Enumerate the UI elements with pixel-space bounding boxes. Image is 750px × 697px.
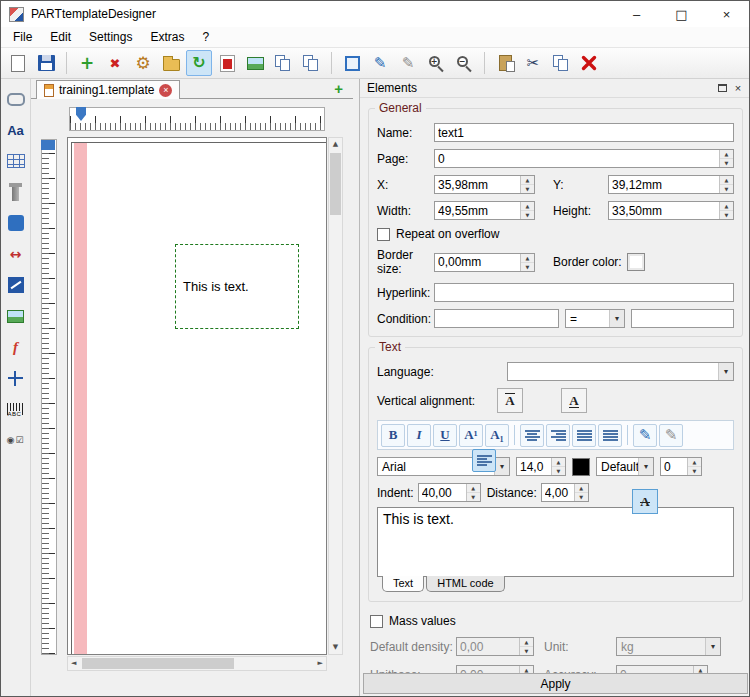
remove-element-button[interactable]: ✖ xyxy=(102,50,128,76)
copy-button[interactable] xyxy=(270,50,296,76)
align-left-button[interactable] xyxy=(472,449,496,472)
hyperlink-input[interactable] xyxy=(434,283,734,302)
spin-up-icon[interactable]: ▲ xyxy=(575,484,588,493)
tech-tool[interactable] xyxy=(4,273,28,297)
spin-up-icon[interactable]: ▲ xyxy=(521,176,534,185)
subscript-button[interactable]: A₁ xyxy=(485,424,509,447)
vertical-scrollbar[interactable]: ▲ ▼ xyxy=(328,137,343,655)
screw-tool[interactable] xyxy=(4,180,28,204)
spin-down-icon[interactable]: ▼ xyxy=(720,211,733,219)
apply-button[interactable]: Apply xyxy=(363,673,748,694)
selected-text-element[interactable]: This is text. xyxy=(175,244,299,329)
function-tool[interactable]: f xyxy=(4,335,28,359)
close-panel-button[interactable]: × xyxy=(730,81,746,96)
horizontal-scrollbar-thumb[interactable] xyxy=(82,658,234,669)
tab-text[interactable]: Text xyxy=(382,576,424,592)
bold-button[interactable]: B xyxy=(381,424,405,447)
spin-up-icon[interactable]: ▲ xyxy=(552,458,565,467)
cut-button[interactable]: ✂ xyxy=(520,50,546,76)
font-extra-spinner[interactable]: ▲▼ xyxy=(660,457,702,476)
new-document-button[interactable] xyxy=(5,50,31,76)
save-button[interactable] xyxy=(33,50,59,76)
measure-tool[interactable] xyxy=(4,366,28,390)
vertical-scrollbar-thumb[interactable] xyxy=(330,153,341,215)
page-viewport[interactable]: This is text. xyxy=(67,137,327,655)
insert-image-button[interactable] xyxy=(242,50,268,76)
template-page[interactable]: This is text. xyxy=(71,142,327,655)
table-tool[interactable] xyxy=(4,149,28,173)
spin-up-icon[interactable]: ▲ xyxy=(720,176,733,185)
tab-html-code[interactable]: HTML code xyxy=(426,576,504,592)
paste-button[interactable] xyxy=(492,50,518,76)
y-spinner[interactable]: ▲▼ xyxy=(608,175,734,194)
spin-down-icon[interactable]: ▼ xyxy=(521,185,534,193)
close-button[interactable]: × xyxy=(704,1,749,27)
shape-tool[interactable] xyxy=(4,87,28,111)
border-color-swatch[interactable] xyxy=(627,253,645,271)
text-content-editor[interactable]: This is text. xyxy=(377,507,734,577)
zoom-out-button[interactable]: − xyxy=(451,50,477,76)
menu-extras[interactable]: Extras xyxy=(141,28,193,46)
spin-up-icon[interactable]: ▲ xyxy=(467,484,480,493)
spin-up-icon[interactable]: ▲ xyxy=(720,202,733,211)
name-input[interactable] xyxy=(434,123,734,142)
horizontal-ruler[interactable] xyxy=(69,107,325,131)
indent-input[interactable] xyxy=(419,484,466,501)
menu-help[interactable]: ? xyxy=(193,28,218,46)
italic-button[interactable]: I xyxy=(407,424,431,447)
draw-button[interactable]: ✎ xyxy=(367,50,393,76)
superscript-button[interactable]: A¹ xyxy=(459,424,483,447)
scroll-up-icon[interactable]: ▲ xyxy=(329,141,342,148)
tab-training1-template[interactable]: training1.template × xyxy=(36,80,180,99)
minimize-button[interactable]: – xyxy=(614,1,659,27)
font-size-spinner[interactable]: ▲▼ xyxy=(516,457,566,476)
repeat-on-overflow-checkbox[interactable] xyxy=(377,228,390,241)
image-tool[interactable] xyxy=(4,304,28,328)
align-right-button[interactable] xyxy=(546,424,570,447)
scroll-down-icon[interactable]: ▼ xyxy=(329,644,342,651)
width-spinner[interactable]: ▲▼ xyxy=(434,201,535,220)
vertical-ruler[interactable] xyxy=(41,139,57,655)
float-panel-button[interactable] xyxy=(714,81,730,96)
text-color-button[interactable]: ✎ xyxy=(633,424,657,447)
page-spinner[interactable]: ▲▼ xyxy=(434,149,734,168)
mass-values-checkbox[interactable] xyxy=(370,615,383,628)
align-justify-button[interactable] xyxy=(572,424,596,447)
spin-down-icon[interactable]: ▼ xyxy=(688,467,701,475)
scroll-right-icon[interactable]: ► xyxy=(318,660,323,667)
valign-bottom-button[interactable]: A xyxy=(561,388,587,413)
settings-button[interactable]: ⚙ xyxy=(130,50,156,76)
x-spinner[interactable]: ▲▼ xyxy=(434,175,535,194)
condition-operator-dropdown[interactable]: = ▾ xyxy=(565,309,625,328)
maximize-button[interactable]: □ xyxy=(659,1,704,27)
font-size-input[interactable] xyxy=(517,458,551,475)
spin-up-icon[interactable]: ▲ xyxy=(521,202,534,211)
align-block-button[interactable] xyxy=(598,424,622,447)
underline-button[interactable]: U xyxy=(433,424,457,447)
tab-close-icon[interactable]: × xyxy=(159,84,172,97)
distance-spinner[interactable]: ▲▼ xyxy=(541,483,589,502)
zoom-in-button[interactable]: + xyxy=(423,50,449,76)
x-input[interactable] xyxy=(435,176,520,193)
add-element-button[interactable]: + xyxy=(74,50,100,76)
spin-down-icon[interactable]: ▼ xyxy=(720,159,733,167)
menu-file[interactable]: File xyxy=(4,28,41,46)
valign-top-button[interactable]: A xyxy=(497,388,523,413)
scroll-left-icon[interactable]: ◄ xyxy=(71,660,76,667)
height-spinner[interactable]: ▲▼ xyxy=(608,201,734,220)
spin-up-icon[interactable]: ▲ xyxy=(688,458,701,467)
barcode-tool[interactable]: ABC xyxy=(4,397,28,421)
indent-spinner[interactable]: ▲▼ xyxy=(418,483,481,502)
y-input[interactable] xyxy=(609,176,719,193)
condition-input-2[interactable] xyxy=(631,309,734,328)
vertical-ruler-marker[interactable] xyxy=(41,140,55,150)
fit-view-button[interactable] xyxy=(339,50,365,76)
font-extra-input[interactable] xyxy=(661,458,687,475)
clear-format-button[interactable]: ✎ xyxy=(659,424,683,447)
horizontal-scrollbar[interactable]: ◄ ► xyxy=(67,656,327,671)
valign-center-button[interactable]: A xyxy=(632,489,658,514)
height-input[interactable] xyxy=(609,202,719,219)
refresh-button[interactable]: ↻ xyxy=(186,50,212,76)
spin-down-icon[interactable]: ▼ xyxy=(575,493,588,501)
spin-down-icon[interactable]: ▼ xyxy=(720,185,733,193)
